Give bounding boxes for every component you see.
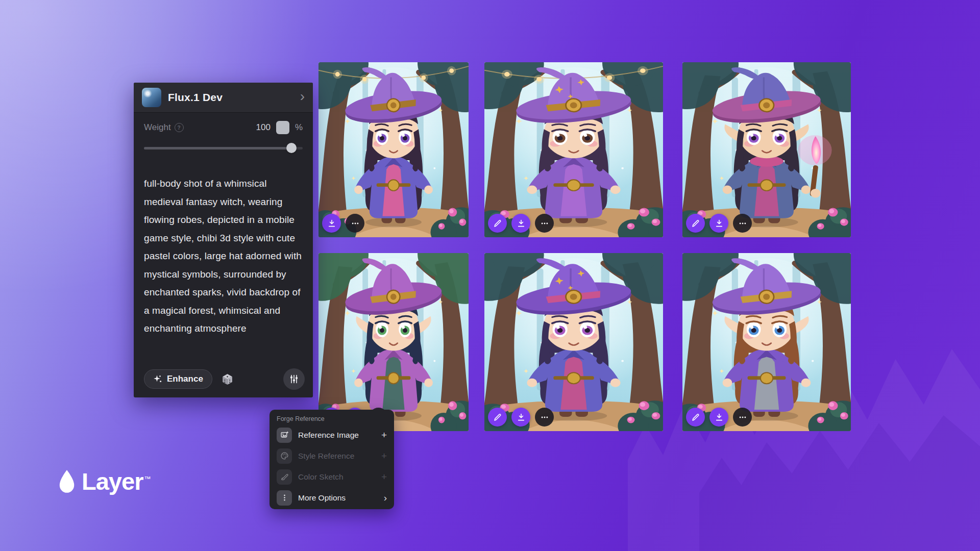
- model-selector[interactable]: Flux.1 Dev ›: [134, 83, 313, 113]
- weight-row: Weight ? 100 %: [144, 121, 303, 134]
- edit-icon: [691, 413, 700, 422]
- generated-image-5[interactable]: [484, 253, 663, 431]
- advanced-settings-button[interactable]: [283, 368, 305, 390]
- enhance-button[interactable]: Enhance: [144, 369, 212, 389]
- edit-button[interactable]: [686, 214, 705, 233]
- generated-witch-art: [484, 62, 663, 237]
- prompt-text[interactable]: full-body shot of a whimsical medieval f…: [144, 174, 304, 338]
- enhance-label: Enhance: [167, 374, 203, 384]
- image-action-bar: [488, 214, 554, 233]
- add-icon[interactable]: +: [381, 472, 387, 482]
- menu-item-reference-image[interactable]: Reference Image +: [277, 424, 387, 445]
- add-icon[interactable]: +: [381, 451, 387, 461]
- more-button[interactable]: [733, 408, 752, 427]
- edit-icon: [691, 219, 700, 228]
- image-action-bar: [686, 214, 752, 233]
- generated-image-3[interactable]: [682, 62, 851, 237]
- equalizer-icon: [289, 374, 299, 384]
- more-icon: [540, 219, 549, 228]
- chevron-right-icon: ›: [384, 493, 387, 503]
- weight-unit: %: [295, 122, 303, 133]
- menu-item-more-options[interactable]: More Options ›: [277, 487, 387, 508]
- edit-button[interactable]: [488, 214, 507, 233]
- menu-item-label: Color Sketch: [298, 472, 344, 482]
- add-icon[interactable]: +: [381, 430, 387, 440]
- model-thumbnail: [142, 88, 161, 107]
- menu-item-style-reference[interactable]: Style Reference +: [277, 445, 387, 466]
- sparkle-icon: [153, 374, 162, 384]
- image-action-bar: [686, 408, 752, 427]
- logo-name: Layer: [82, 468, 143, 495]
- download-button[interactable]: [322, 214, 341, 233]
- style-reference-icon: [277, 448, 292, 464]
- weight-controls: 100 %: [256, 121, 303, 134]
- reference-image-icon: [277, 428, 292, 443]
- more-button[interactable]: [346, 214, 364, 233]
- weight-label: Weight ?: [144, 122, 184, 133]
- slider-knob[interactable]: [286, 143, 297, 153]
- download-icon: [327, 219, 336, 228]
- menu-item-label: Reference Image: [298, 431, 359, 440]
- weight-slider[interactable]: [144, 143, 303, 153]
- menu-item-label: More Options: [298, 493, 346, 503]
- panel-footer: Enhance: [144, 368, 305, 390]
- edit-icon: [493, 413, 502, 422]
- more-button[interactable]: [535, 214, 554, 233]
- forge-menu-title: Forge Reference: [277, 415, 387, 422]
- menu-item-color-sketch[interactable]: Color Sketch +: [277, 466, 387, 487]
- download-icon: [715, 413, 724, 422]
- generated-image-1[interactable]: [318, 62, 469, 237]
- more-options-icon: [277, 490, 292, 506]
- download-icon: [517, 219, 526, 228]
- generated-image-2[interactable]: [484, 62, 663, 237]
- app-canvas: Flux.1 Dev › Weight ? 100 % full-body sh…: [0, 0, 980, 551]
- edit-button[interactable]: [488, 408, 507, 427]
- image-action-bar: [488, 408, 554, 427]
- model-name: Flux.1 Dev: [168, 91, 223, 104]
- trademark-symbol: ™: [144, 475, 150, 483]
- more-button[interactable]: [733, 214, 752, 233]
- color-sketch-icon: [277, 469, 292, 485]
- more-button[interactable]: [535, 408, 554, 427]
- generated-witch-art: [682, 253, 851, 431]
- more-icon: [738, 219, 747, 228]
- weight-value[interactable]: 100: [256, 122, 271, 133]
- model-panel: Flux.1 Dev › Weight ? 100 % full-body sh…: [134, 83, 313, 397]
- weight-input-box[interactable]: [276, 121, 289, 134]
- droplet-icon: [57, 468, 77, 495]
- weight-label-text: Weight: [144, 122, 171, 133]
- menu-item-label: Style Reference: [298, 452, 354, 461]
- image-action-bar: [322, 214, 364, 233]
- edit-icon: [493, 219, 502, 228]
- generated-witch-art: [318, 62, 469, 237]
- download-button[interactable]: [709, 214, 728, 233]
- more-icon: [351, 219, 360, 228]
- forge-reference-menu: Forge Reference Reference Image + S: [270, 410, 394, 509]
- generated-image-6[interactable]: [682, 253, 851, 431]
- random-seed-dice-button[interactable]: [220, 372, 235, 387]
- dice-icon: [221, 373, 234, 386]
- download-icon: [715, 219, 724, 228]
- slider-fill: [144, 147, 291, 149]
- more-icon: [540, 413, 549, 422]
- generated-witch-art: [318, 253, 469, 431]
- more-icon: [738, 413, 747, 422]
- download-icon: [517, 413, 526, 422]
- layer-logo: Layer™: [57, 467, 150, 495]
- download-button[interactable]: [709, 408, 728, 427]
- download-button[interactable]: [511, 214, 530, 233]
- download-button[interactable]: [511, 408, 530, 427]
- edit-button[interactable]: [686, 408, 705, 427]
- logo-wordmark: Layer™: [82, 467, 150, 495]
- generated-image-4[interactable]: [318, 253, 469, 431]
- generated-witch-art: [484, 253, 663, 431]
- generated-witch-art: [682, 62, 851, 237]
- help-icon[interactable]: ?: [175, 123, 184, 132]
- chevron-right-icon: ›: [300, 89, 305, 104]
